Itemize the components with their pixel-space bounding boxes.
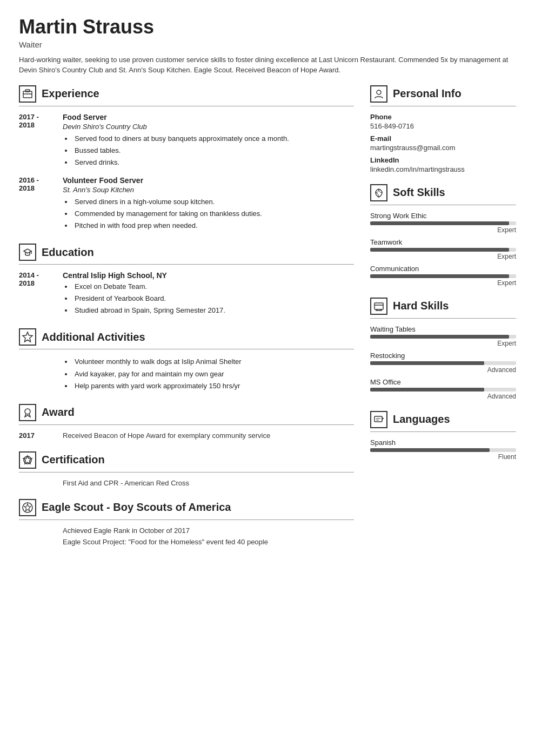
edu1-school: Central Islip High School, NY <box>63 271 354 280</box>
eagle-scout-entry-1: Achieved Eagle Rank in October of 2017 <box>19 526 354 535</box>
hard-skill-2-fill <box>370 361 484 365</box>
certification-divider <box>19 472 354 473</box>
svg-marker-8 <box>24 504 31 511</box>
soft-skill-3-name: Communication <box>370 265 516 273</box>
eagle-scout-divider <box>19 519 354 520</box>
eagle-scout-entry-2: Eagle Scout Project: "Food for the Homel… <box>19 538 354 546</box>
certification-icon <box>19 451 36 469</box>
experience-icon <box>19 85 36 103</box>
exp1-date: 2017 -2018 <box>19 113 54 168</box>
soft-skill-2-name: Teamwork <box>370 238 516 246</box>
candidate-name: Martin Strauss <box>19 16 516 38</box>
hard-skill-3-name: MS Office <box>370 378 516 386</box>
education-entry-1: 2014 -2018 Central Islip High School, NY… <box>19 271 354 316</box>
candidate-summary: Hard-working waiter, seeking to use prov… <box>19 55 516 76</box>
additional-activities-section: Additional Activities Volunteer monthly … <box>19 328 354 392</box>
activities-icon <box>19 328 36 346</box>
education-divider <box>19 264 354 265</box>
soft-skill-2-level: Expert <box>370 253 516 260</box>
right-column: Personal Info Phone 516-849-0716 E-mail … <box>370 85 516 558</box>
experience-entry-1: 2017 -2018 Food Server Devin Shiro's Cou… <box>19 113 354 168</box>
edu1-bullets: Excel on Debate Team. President of Yearb… <box>63 281 354 316</box>
hard-skill-3-bar <box>370 388 516 392</box>
activity-bullet-2: Avid kayaker, pay for and maintain my ow… <box>65 368 354 380</box>
linkedin-value: linkedin.com/in/martingstrauss <box>370 165 516 173</box>
eagle-scout-title: Eagle Scout - Boy Scouts of America <box>42 501 231 514</box>
eagle-scout-section: Eagle Scout - Boy Scouts of America Achi… <box>19 499 354 546</box>
lang-1-fill <box>370 448 490 452</box>
eagle-scout-header: Eagle Scout - Boy Scouts of America <box>19 499 354 516</box>
soft-skills-header: Soft Skills <box>370 184 516 201</box>
lang-1-level: Fluent <box>370 453 516 461</box>
hard-skills-title: Hard Skills <box>393 300 449 312</box>
soft-skill-1-name: Strong Work Ethic <box>370 212 516 220</box>
lang-1-bar <box>370 448 516 452</box>
education-header: Education <box>19 244 354 261</box>
soft-skill-1-bar <box>370 221 516 225</box>
activity-bullet-1: Volunteer monthly to walk dogs at Islip … <box>65 356 354 368</box>
certification-title: Certification <box>42 454 105 466</box>
experience-header: Experience <box>19 85 354 103</box>
exp2-company: St. Ann's Soup Kitchen <box>63 186 354 194</box>
exp1-bullet-1: Served food to diners at busy banquets a… <box>65 133 354 145</box>
activities-bullets: Volunteer monthly to walk dogs at Islip … <box>19 356 354 392</box>
left-column: Experience 2017 -2018 Food Server Devin … <box>19 85 354 558</box>
hard-skill-1-fill <box>370 335 509 339</box>
exp2-content: Volunteer Food Server St. Ann's Soup Kit… <box>63 176 354 232</box>
linkedin-label: LinkedIn <box>370 156 516 164</box>
exp1-bullet-3: Served drinks. <box>65 157 354 168</box>
education-icon <box>19 244 36 261</box>
hard-skills-icon <box>370 298 387 315</box>
edu1-bullet-1: Excel on Debate Team. <box>65 281 354 293</box>
exp2-job-title: Volunteer Food Server <box>63 176 354 185</box>
languages-divider <box>370 431 516 432</box>
award-section: Award 2017 Received Beacon of Hope Award… <box>19 404 354 440</box>
eagle-scout-icon <box>19 499 36 516</box>
exp1-content: Food Server Devin Shiro's Country Club S… <box>63 113 354 168</box>
cert1-text: First Aid and CPR - American Red Cross <box>19 479 354 487</box>
hard-skill-2-level: Advanced <box>370 366 516 374</box>
award-entry-1: 2017 Received Beacon of Hope Award for e… <box>19 431 354 440</box>
languages-section: Languages Spanish Fluent <box>370 411 516 461</box>
edu1-date: 2014 -2018 <box>19 271 54 316</box>
svg-rect-0 <box>23 91 32 98</box>
exp1-job-title: Food Server <box>63 113 354 122</box>
soft-skill-2-bar <box>370 248 516 252</box>
svg-marker-4 <box>23 332 32 342</box>
award-title: Award <box>42 406 75 418</box>
phone-value: 516-849-0716 <box>370 122 516 130</box>
award-icon <box>19 404 36 421</box>
education-section: Education 2014 -2018 Central Islip High … <box>19 244 354 316</box>
experience-section: Experience 2017 -2018 Food Server Devin … <box>19 85 354 232</box>
hard-skills-section: Hard Skills Waiting Tables Expert Restoc… <box>370 298 516 400</box>
education-title: Education <box>42 246 94 259</box>
lang-1-name: Spanish <box>370 438 516 447</box>
email-label: E-mail <box>370 134 516 143</box>
candidate-title: Waiter <box>19 40 516 49</box>
exp2-bullet-1: Served diners in a high-volume soup kitc… <box>65 196 354 208</box>
edu1-bullet-2: President of Yearbook Board. <box>65 293 354 305</box>
hard-skill-1-level: Expert <box>370 340 516 347</box>
soft-skills-title: Soft Skills <box>393 186 445 199</box>
award-divider <box>19 424 354 425</box>
award1-date: 2017 <box>19 431 54 440</box>
exp1-bullets: Served food to diners at busy banquets a… <box>63 133 354 168</box>
soft-skill-1-level: Expert <box>370 226 516 234</box>
languages-icon <box>370 411 387 428</box>
experience-entry-2: 2016 -2018 Volunteer Food Server St. Ann… <box>19 176 354 232</box>
svg-point-5 <box>25 409 30 414</box>
soft-skill-3-bar <box>370 274 516 278</box>
email-value: martingstrauss@gmail.com <box>370 144 516 152</box>
hard-skills-divider <box>370 318 516 319</box>
activities-divider <box>19 349 354 349</box>
svg-rect-10 <box>374 303 383 309</box>
certification-header: Certification <box>19 451 354 469</box>
exp2-bullet-3: Pitched in with food prep when needed. <box>65 220 354 232</box>
exp1-bullet-2: Bussed tables. <box>65 145 354 157</box>
edu1-content: Central Islip High School, NY Excel on D… <box>63 271 354 316</box>
activities-header: Additional Activities <box>19 328 354 346</box>
activities-title: Additional Activities <box>42 331 145 343</box>
edu1-bullet-3: Studied abroad in Spain, Spring Semester… <box>65 305 354 316</box>
soft-skill-1-fill <box>370 221 509 225</box>
personal-info-section: Personal Info Phone 516-849-0716 E-mail … <box>370 85 516 173</box>
